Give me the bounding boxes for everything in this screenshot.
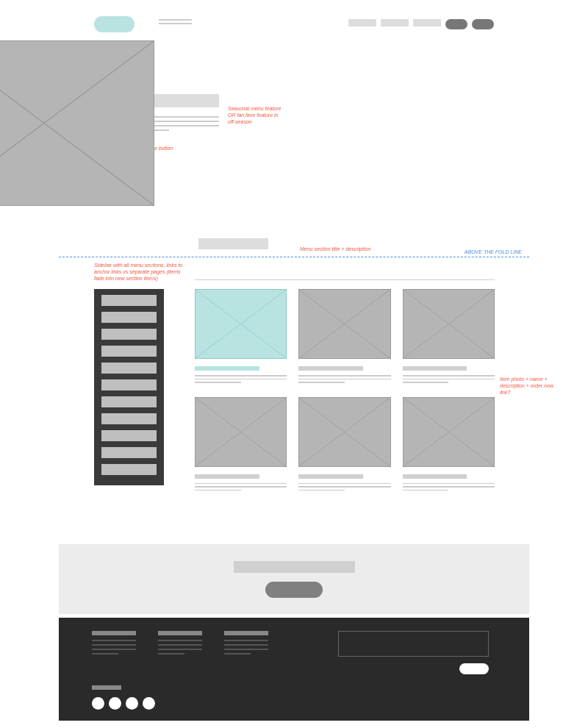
- item-desc-placeholder: [403, 483, 495, 491]
- svg-line-0: [0, 41, 154, 205]
- footer-link[interactable]: [158, 649, 202, 650]
- menu-item-card[interactable]: [403, 397, 495, 493]
- hero-image-placeholder: [0, 40, 154, 206]
- svg-line-1: [0, 41, 154, 205]
- item-photo-placeholder: [403, 289, 495, 359]
- footer-link[interactable]: [92, 653, 118, 654]
- footer-link[interactable]: [224, 640, 268, 641]
- item-photo-placeholder: [403, 397, 495, 467]
- menu-section-title-placeholder: [198, 238, 268, 249]
- social-icon[interactable]: [92, 697, 104, 710]
- sidebar-section-link[interactable]: [101, 295, 157, 306]
- footer-link[interactable]: [158, 653, 184, 654]
- nav-cta-2[interactable]: [472, 19, 494, 29]
- social-icon[interactable]: [126, 697, 138, 710]
- nav-link-2[interactable]: [381, 19, 409, 26]
- footer-col-head: [224, 631, 268, 635]
- footer-link[interactable]: [158, 640, 202, 641]
- order-now-cta-band: [59, 544, 529, 614]
- footer-col: [158, 631, 202, 657]
- annot-section-title: Menu section title + description: [300, 246, 370, 252]
- item-photo-placeholder: [195, 289, 287, 359]
- menu-grid-divider: [195, 279, 495, 280]
- item-name-placeholder: [403, 474, 467, 479]
- social-heading-placeholder: [92, 685, 121, 690]
- social-icon[interactable]: [143, 697, 155, 710]
- cta-order-now-button[interactable]: [265, 582, 323, 598]
- item-desc-placeholder: [298, 375, 390, 383]
- item-desc-placeholder: [195, 483, 287, 491]
- sidebar-section-link[interactable]: [101, 447, 157, 458]
- sidebar-section-link[interactable]: [101, 346, 157, 357]
- menu-item-card[interactable]: [195, 397, 287, 493]
- annot-hero-note: Seasonal menu feature OR fan fave featur…: [228, 105, 287, 125]
- tagline-placeholder: [159, 19, 192, 26]
- sidebar-section-link[interactable]: [101, 413, 157, 424]
- menu-item-card[interactable]: [298, 397, 390, 493]
- menu-items-grid: [195, 289, 495, 493]
- footer-link[interactable]: [158, 644, 202, 646]
- sidebar-section-link[interactable]: [101, 363, 157, 374]
- cta-heading-placeholder: [234, 561, 355, 573]
- item-desc-placeholder: [403, 375, 495, 383]
- logo-pill[interactable]: [94, 16, 135, 32]
- social-links: [92, 697, 155, 710]
- footer-col-head: [158, 631, 202, 635]
- menu-item-card[interactable]: [195, 289, 287, 385]
- item-name-placeholder: [298, 366, 363, 371]
- fold-line: [59, 257, 529, 257]
- sidebar-section-link[interactable]: [101, 329, 157, 340]
- footer-col: [92, 631, 136, 657]
- footer-link[interactable]: [224, 649, 268, 650]
- item-name-placeholder: [195, 366, 259, 371]
- item-photo-placeholder: [298, 397, 390, 467]
- social-icon[interactable]: [109, 697, 121, 710]
- menu-sections-sidebar: [94, 289, 164, 485]
- annot-fold-label: ABOVE THE FOLD LINE: [465, 249, 522, 255]
- sidebar-section-link[interactable]: [101, 379, 157, 390]
- footer-col-head: [92, 631, 136, 635]
- nav-link-3[interactable]: [413, 19, 441, 26]
- annot-card-note: Item photo + name + description + order …: [500, 376, 562, 396]
- item-photo-placeholder: [298, 289, 390, 359]
- item-name-placeholder: [195, 474, 259, 479]
- footer-link[interactable]: [92, 644, 136, 646]
- primary-nav: [348, 19, 494, 29]
- menu-item-card[interactable]: [403, 289, 495, 385]
- item-desc-placeholder: [195, 375, 287, 383]
- footer-link[interactable]: [92, 640, 136, 641]
- footer-link[interactable]: [92, 649, 136, 650]
- footer-link[interactable]: [224, 653, 251, 654]
- newsletter-input-placeholder[interactable]: [338, 631, 489, 657]
- annot-sidebar-note: Sidebar with all menu sections, links to…: [94, 262, 190, 282]
- menu-item-card[interactable]: [298, 289, 390, 385]
- sidebar-section-link[interactable]: [101, 312, 157, 323]
- item-photo-placeholder: [195, 397, 287, 467]
- sidebar-section-link[interactable]: [101, 430, 157, 441]
- sidebar-section-link[interactable]: [101, 464, 157, 475]
- site-footer: [59, 618, 529, 721]
- footer-link[interactable]: [224, 644, 268, 646]
- site-header: [0, 16, 588, 38]
- sidebar-section-link[interactable]: [101, 396, 157, 407]
- item-name-placeholder: [298, 474, 363, 479]
- newsletter-submit-button[interactable]: [459, 663, 489, 674]
- item-name-placeholder: [403, 366, 467, 371]
- nav-cta-1[interactable]: [445, 19, 467, 29]
- footer-col: [224, 631, 268, 657]
- nav-link-1[interactable]: [348, 19, 376, 26]
- item-desc-placeholder: [298, 483, 390, 491]
